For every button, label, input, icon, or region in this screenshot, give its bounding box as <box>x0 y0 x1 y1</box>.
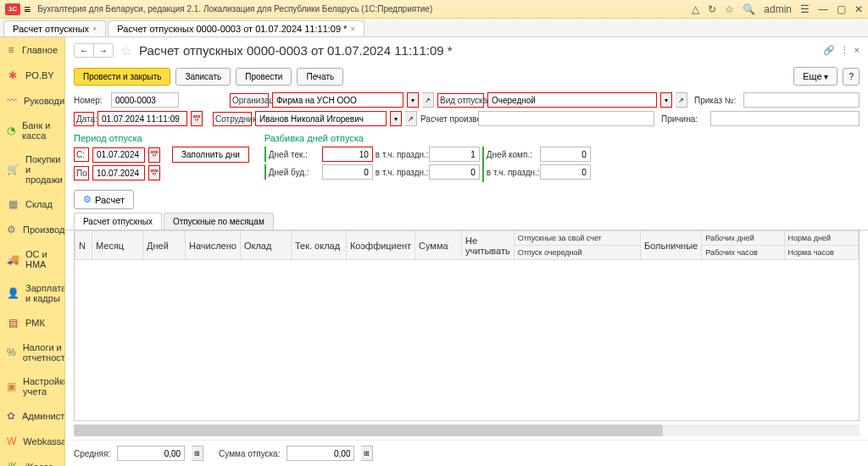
sidebar-item[interactable]: ◔Банк и касса <box>0 114 64 147</box>
sidebar-item[interactable]: iKiKassa <box>0 454 64 466</box>
hamburger-icon[interactable]: ≡ <box>24 3 31 16</box>
from-field[interactable] <box>92 147 145 163</box>
calcby-field[interactable] <box>478 111 654 126</box>
sidebar-item[interactable]: 〰Руководителю <box>0 88 64 114</box>
col-nh: Норма часов <box>784 246 858 260</box>
reason-label: Причина: <box>661 114 707 124</box>
sidebar-icon: 👤 <box>7 287 19 299</box>
org-field[interactable] <box>272 92 403 108</box>
open-icon[interactable]: ↗ <box>676 92 687 108</box>
fill-days-button[interactable]: Заполнить дни <box>172 147 249 163</box>
days-fut-label: Дней буд.: <box>269 168 320 177</box>
form-area: Номер: Организация: ▾↗ Вид отпуска: ▾↗ П… <box>65 89 868 186</box>
number-label: Номер: <box>74 96 108 105</box>
link-icon[interactable]: 🔗 <box>823 45 835 56</box>
sidebar-item[interactable]: WWebkassa <box>0 429 64 454</box>
post-button[interactable]: Провести <box>236 68 292 86</box>
close-icon[interactable]: × <box>350 25 354 33</box>
type-field[interactable] <box>487 92 657 108</box>
history-icon[interactable]: ↻ <box>708 3 716 15</box>
help-button[interactable]: ? <box>843 68 860 86</box>
number-field[interactable] <box>111 92 179 108</box>
sidebar-item[interactable]: ≡Главное <box>0 37 64 63</box>
dropdown-icon[interactable]: ▾ <box>390 111 402 126</box>
calc-icon[interactable]: ⊞ <box>361 446 373 461</box>
post-and-close-button[interactable]: Провести и закрыть <box>74 68 170 86</box>
sidebar-item[interactable]: ▤РМК <box>0 310 64 336</box>
hol2-label: в т.ч. праздн.: <box>376 168 426 177</box>
sidebar-icon: iK <box>7 461 19 466</box>
calendar-icon[interactable]: 📅 <box>148 147 160 163</box>
sidebar-item[interactable]: %Налоги и отчетность <box>0 336 64 369</box>
calc-icon[interactable]: ⊞ <box>192 446 203 461</box>
sidebar-item[interactable]: 🛒Покупки и продажи <box>0 147 64 191</box>
tab-list[interactable]: Расчет отпускных × <box>3 20 106 36</box>
tab-monthly[interactable]: Отпускные по месяцам <box>164 213 274 230</box>
dropdown-icon[interactable]: ▾ <box>407 92 419 108</box>
search-icon[interactable]: 🔍 <box>743 3 755 15</box>
dropdown-icon[interactable]: ▾ <box>660 92 672 108</box>
date-field[interactable] <box>97 111 187 126</box>
nav-back-icon[interactable]: ← <box>75 44 94 57</box>
nav-fwd-icon[interactable]: → <box>94 44 113 57</box>
days-cur-field[interactable] <box>322 147 373 162</box>
reason-field[interactable] <box>710 111 860 126</box>
col-wh: Рабочих часов <box>702 246 784 260</box>
col-nd: Норма дней <box>784 231 858 246</box>
sidebar-item[interactable]: 👤Зарплата и кадры <box>0 276 64 310</box>
tab-calc[interactable]: Расчет отпускных <box>74 213 162 230</box>
emp-label: Сотрудник: <box>213 112 252 126</box>
sidebar-item[interactable]: ⚙Производство <box>0 217 64 242</box>
table-body[interactable] <box>75 260 859 420</box>
sidebar-icon: ⚙ <box>7 224 16 236</box>
sidebar-item[interactable]: ✿Администрирование <box>0 403 64 429</box>
avg-field[interactable] <box>117 446 185 461</box>
hol2-field[interactable] <box>429 164 480 180</box>
open-icon[interactable]: ↗ <box>405 111 417 126</box>
horizontal-scrollbar[interactable] <box>74 424 860 436</box>
favorites-icon[interactable]: ☆ <box>725 3 734 15</box>
sidebar-item[interactable]: ▣Настройки учета <box>0 369 64 403</box>
order-field[interactable] <box>743 92 860 108</box>
calculate-button[interactable]: ⚙ Расчет <box>74 190 134 209</box>
tab-document[interactable]: Расчет отпускных 0000-0003 от 01.07.2024… <box>108 20 364 36</box>
scrollbar-thumb[interactable] <box>74 424 663 436</box>
close-icon[interactable]: ✕ <box>854 3 863 15</box>
table: N Месяц Дней Начислено Оклад Тек. оклад … <box>74 230 860 421</box>
tab-label: Расчет отпускных <box>13 24 89 34</box>
sidebar-item-label: iKassa <box>25 462 53 466</box>
sidebar-item[interactable]: ▦Склад <box>0 191 64 217</box>
notif-icon[interactable]: △ <box>692 3 699 15</box>
minimize-icon[interactable]: — <box>818 3 828 15</box>
close-icon[interactable]: × <box>92 25 97 33</box>
col-cursal: Тек. оклад <box>291 231 346 260</box>
sidebar-item[interactable]: 🚚ОС и НМА <box>0 242 64 276</box>
more-button[interactable]: Еще ▾ <box>793 67 837 86</box>
sidebar-icon: ≡ <box>7 44 15 56</box>
logo-1c: 1C <box>5 3 20 15</box>
days-fut-field[interactable] <box>322 164 373 180</box>
open-icon[interactable]: ↗ <box>422 92 434 108</box>
settings-icon[interactable]: ☰ <box>800 3 810 15</box>
star-icon[interactable]: ☆ <box>120 42 132 58</box>
maximize-icon[interactable]: ▢ <box>837 3 846 15</box>
to-field[interactable] <box>92 165 145 180</box>
print-button[interactable]: Печать <box>297 68 343 86</box>
sidebar-item-label: ОС и НМА <box>25 249 58 269</box>
hol3-field[interactable] <box>540 164 591 180</box>
sidebar-icon: ✱ <box>7 69 19 81</box>
sum-field[interactable] <box>287 446 354 461</box>
days-comp-field[interactable] <box>540 147 591 162</box>
close-icon[interactable]: × <box>854 45 860 56</box>
emp-field[interactable] <box>255 111 387 126</box>
col-wd: Рабочих дней <box>702 231 784 246</box>
sidebar-icon: 〰 <box>7 95 17 107</box>
user-label[interactable]: admin <box>764 3 792 15</box>
calendar-icon[interactable]: 📅 <box>148 165 160 180</box>
calendar-icon[interactable]: 📅 <box>191 111 203 126</box>
sidebar-item[interactable]: ✱PO.BY <box>0 63 64 88</box>
write-button[interactable]: Записать <box>175 68 231 86</box>
hol1-field[interactable] <box>429 147 480 162</box>
sidebar-item-label: Администрирование <box>22 411 65 421</box>
more-icon[interactable]: ⋮ <box>840 45 849 56</box>
